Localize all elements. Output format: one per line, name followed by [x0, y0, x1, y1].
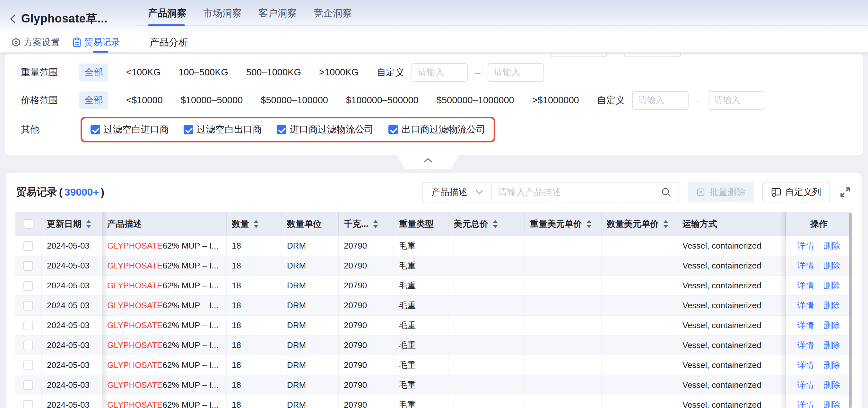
sort-icon[interactable] [86, 220, 91, 228]
select-all-checkbox[interactable] [24, 219, 33, 229]
col-header-usd-per-qty[interactable]: 数量美元单价 [601, 212, 677, 236]
price-option-all[interactable]: 全部 [79, 92, 108, 109]
search-icon[interactable] [661, 187, 679, 198]
col-header-quantity[interactable]: 数量 [227, 212, 282, 236]
delete-link[interactable]: 删除 [824, 240, 840, 251]
other-checkbox-item-0[interactable]: 过滤空白进口商 [91, 123, 169, 136]
detail-link[interactable]: 详情 [797, 300, 814, 311]
tab-competitor-insight[interactable]: 竞企洞察 [314, 7, 352, 20]
batch-delete-button[interactable]: 批量删除 [688, 182, 754, 202]
tab-market-insight[interactable]: 市场洞察 [203, 7, 242, 20]
price-option-gt1000000[interactable]: >$1000000 [532, 95, 579, 105]
row-checkbox[interactable] [24, 341, 33, 350]
checkbox-icon[interactable] [91, 125, 100, 134]
row-checkbox[interactable] [24, 380, 33, 390]
price-option-lt10000[interactable]: <$10000 [126, 95, 163, 105]
custom-columns-button[interactable]: 自定义列 [762, 182, 830, 202]
cell-quantity: 18 [227, 296, 282, 315]
delete-link[interactable]: 删除 [824, 340, 840, 351]
delete-link[interactable]: 删除 [824, 260, 840, 271]
detail-link[interactable]: 详情 [797, 240, 814, 251]
delete-link[interactable]: 删除 [824, 360, 840, 371]
collapse-chevron-up-icon[interactable] [423, 158, 433, 163]
weight-option-lt100[interactable]: <100KG [126, 67, 160, 78]
cell-transport: Vessel, containerized [677, 276, 785, 296]
price-option-50000-100000[interactable]: $50000–100000 [261, 95, 328, 105]
cell-quantity-unit: DRM [282, 336, 339, 355]
price-option-100000-500000[interactable]: $100000–500000 [346, 95, 418, 105]
cell-usd-per-weight [525, 256, 601, 275]
col-header-update-date[interactable]: 更新日期 [42, 212, 102, 236]
subtab-product-analysis[interactable]: 产品分析 [150, 32, 188, 53]
other-checkbox-item-2[interactable]: 进口商过滤物流公司 [277, 123, 374, 136]
weight-option-500-1000[interactable]: 500–1000KG [246, 67, 301, 78]
subnav-item-trade-records[interactable]: 贸易记录 [72, 32, 120, 53]
cell-transport: Vessel, containerized [677, 316, 785, 335]
records-count[interactable]: 39000+ [64, 186, 99, 198]
other-checkbox-item-3[interactable]: 出口商过滤物流公司 [389, 123, 485, 136]
row-checkbox[interactable] [24, 261, 33, 271]
weight-custom-label[interactable]: 自定义 [376, 66, 404, 79]
cell-quantity-unit: DRM [282, 375, 339, 395]
price-option-10000-50000[interactable]: $10000–50000 [181, 95, 243, 105]
search-field-select[interactable]: 产品描述 [423, 186, 491, 198]
cell-weight-type: 毛重 [394, 256, 448, 275]
back-icon[interactable] [8, 13, 18, 24]
other-checkbox-item-1[interactable]: 过滤空白出口商 [184, 123, 262, 136]
weight-option-gt1000[interactable]: >1000KG [319, 67, 359, 78]
vertical-scrollbar[interactable] [849, 213, 851, 408]
detail-link[interactable]: 详情 [797, 399, 814, 408]
row-checkbox[interactable] [24, 301, 33, 310]
weight-option-100-500[interactable]: 100–500KG [179, 67, 228, 78]
filter-label-other: 其他 [21, 123, 69, 136]
weight-option-all[interactable]: 全部 [79, 64, 108, 81]
tab-customer-insight[interactable]: 客户洞察 [258, 7, 297, 20]
tab-product-insight[interactable]: 产品洞察 [148, 7, 186, 20]
weight-max-input[interactable] [488, 63, 544, 82]
detail-link[interactable]: 详情 [797, 340, 814, 351]
delete-link[interactable]: 删除 [824, 399, 840, 408]
weight-min-input[interactable] [411, 63, 468, 82]
cell-product-desc: GLYPHOSATE 62% MUP – I... [102, 316, 227, 335]
delete-link[interactable]: 删除 [824, 320, 840, 331]
price-custom-label[interactable]: 自定义 [597, 94, 625, 107]
detail-link[interactable]: 详情 [797, 260, 814, 271]
clipped-input-box-2[interactable] [624, 54, 681, 57]
sort-icon[interactable] [663, 220, 668, 228]
col-header-usd-total[interactable]: 美元总价 [448, 212, 525, 236]
delete-link[interactable]: 删除 [824, 280, 840, 291]
row-checkbox[interactable] [24, 241, 33, 251]
search-input[interactable] [492, 187, 661, 197]
row-checkbox[interactable] [24, 281, 33, 291]
col-header-usd-per-weight[interactable]: 重量美元单价 [525, 212, 601, 236]
sort-icon[interactable] [254, 220, 259, 228]
row-checkbox[interactable] [24, 321, 33, 330]
price-option-500000-1000000[interactable]: $500000–1000000 [437, 95, 514, 105]
price-min-input[interactable] [632, 91, 688, 110]
checkbox-label: 过滤空白进口商 [104, 123, 169, 136]
detail-link[interactable]: 详情 [797, 280, 814, 291]
cell-product-desc: GLYPHOSATE 62% MUP – I... [102, 375, 227, 395]
detail-link[interactable]: 详情 [797, 320, 814, 331]
cell-usd-total [448, 296, 525, 315]
clipped-input-box-1[interactable] [550, 54, 607, 57]
col-header-label: 数量美元单价 [607, 218, 659, 230]
detail-link[interactable]: 详情 [797, 379, 814, 391]
delete-link[interactable]: 删除 [824, 379, 840, 391]
sort-icon[interactable] [373, 220, 378, 228]
cell-usd-total [448, 276, 525, 296]
checkbox-icon[interactable] [277, 125, 286, 134]
col-header-kilograms[interactable]: 千克... [339, 212, 394, 236]
sort-icon[interactable] [493, 220, 498, 228]
sort-icon[interactable] [587, 220, 592, 228]
detail-link[interactable]: 详情 [797, 360, 814, 371]
subnav-item-plan-settings[interactable]: 方案设置 [11, 32, 60, 53]
checkbox-icon[interactable] [184, 125, 193, 134]
row-checkbox[interactable] [24, 361, 33, 370]
fullscreen-expand-icon[interactable] [838, 185, 852, 199]
price-max-input[interactable] [708, 91, 764, 110]
checkbox-icon[interactable] [389, 125, 398, 134]
delete-link[interactable]: 删除 [824, 300, 840, 311]
row-checkbox[interactable] [24, 400, 33, 408]
cell-product-desc: GLYPHOSATE 62% MUP – I... [102, 395, 227, 408]
